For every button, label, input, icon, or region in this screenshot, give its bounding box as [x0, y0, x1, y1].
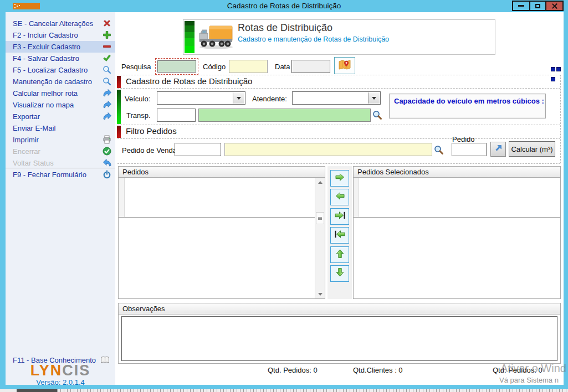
move-all-right-button[interactable]	[330, 208, 349, 225]
chevron-down-icon[interactable]	[233, 92, 244, 104]
menu-label: F5 - Localizar Cadastro	[13, 66, 88, 74]
grid-rowheader-column	[119, 178, 125, 217]
move-down-button[interactable]	[330, 265, 349, 282]
dot	[556, 67, 561, 71]
minimize-button[interactable]	[513, 2, 529, 10]
sidebar-item-exportar[interactable]: Exportar	[6, 111, 115, 122]
sidebar-item-excluir-cadastro[interactable]: F3 - Excluir Cadastro	[6, 41, 115, 53]
pedidos-grid[interactable]	[119, 178, 325, 298]
codigo-input[interactable]	[229, 60, 268, 73]
transp-code-input[interactable]	[157, 109, 196, 122]
pedido-label: Pedido	[452, 135, 474, 143]
menu-label: F2 - Incluir Cadastro	[13, 31, 78, 39]
section-marker-red	[117, 126, 121, 138]
sidebar-item-fechar-formulario[interactable]: F9 - Fechar Formulário	[6, 169, 115, 180]
form-banner: Rotas de Distribuição Cadastro e manuten…	[183, 19, 495, 55]
atendente-combobox[interactable]	[292, 91, 381, 105]
pedido-venda-name-input[interactable]	[224, 143, 432, 156]
pedidos-header: Pedidos	[119, 167, 325, 178]
window-border-right	[564, 12, 568, 389]
filtro-section-title: Filtro Pedidos	[126, 126, 177, 136]
lyncis-logo: LYNCIS	[6, 362, 115, 379]
map-button[interactable]	[334, 57, 355, 74]
pesquisa-focus-outline	[155, 58, 198, 75]
codigo-label: Código	[203, 63, 226, 71]
close-icon	[551, 3, 558, 9]
maximize-button[interactable]	[529, 2, 545, 10]
sidebar-item-cancelar-alteracoes[interactable]: SE - Cancelar Alterações	[6, 18, 115, 29]
pesquisa-label: Pesquisa	[121, 63, 151, 71]
scroll-down-icon[interactable]	[315, 290, 325, 298]
sidebar-item-calcular-melhor-rota[interactable]: Calcular melhor rota	[6, 87, 115, 99]
desktop-background	[0, 389, 568, 392]
pedidos-scrollbar[interactable]	[315, 178, 325, 298]
app-window: Cadastro de Rotas de Distribuição SE - C…	[0, 0, 568, 392]
menu-label: F4 - Salvar Cadastro	[13, 54, 79, 63]
logo-part-lyn: LYN	[30, 362, 63, 379]
sidebar-item-encerrar: Encerrar	[6, 146, 115, 157]
observacoes-body	[119, 314, 560, 363]
window-title: Cadastro de Rotas de Distribuição	[0, 0, 568, 12]
grid-split-line	[119, 217, 315, 218]
calcular-button[interactable]: Calcular (m³)	[509, 141, 555, 157]
pedidos-selecionados-panel: Pedidos Selecionados	[353, 166, 561, 299]
sidebar-item-imprimir[interactable]: Imprimir	[6, 134, 115, 146]
pedido-venda-code-input[interactable]	[175, 143, 221, 156]
move-left-button[interactable]	[330, 189, 349, 205]
circle-check-icon	[103, 147, 112, 156]
sidebar: SE - Cancelar Alterações F2 - Incluir Ca…	[6, 12, 115, 385]
arrow-right-icon	[335, 172, 345, 184]
transp-name-input[interactable]	[198, 109, 371, 122]
truck-icon	[198, 24, 234, 52]
send-pedido-button[interactable]	[490, 142, 506, 157]
menu-label: Enviar E-Mail	[13, 124, 55, 132]
close-button[interactable]	[545, 2, 562, 10]
sidebar-item-localizar-cadastro[interactable]: F5 - Localizar Cadastro	[6, 64, 115, 76]
sidebar-item-salvar-cadastro[interactable]: F4 - Salvar Cadastro	[6, 53, 115, 64]
sidebar-item-visualizar-no-mapa[interactable]: Visualizar no mapa	[6, 99, 115, 111]
sidebar-item-manutencao-cadastro[interactable]: Manutenção de cadastro	[6, 76, 115, 87]
capacidade-panel: Capacidade do veículo em metros cúbicos …	[389, 94, 546, 118]
chevron-down-icon[interactable]	[368, 92, 380, 104]
titlebar[interactable]: Cadastro de Rotas de Distribuição	[0, 0, 568, 12]
minimize-icon	[518, 5, 524, 7]
pedido-venda-label: Pedido de Venda	[122, 146, 177, 154]
taskbar-fragment	[17, 389, 57, 392]
window-controls	[512, 1, 564, 11]
sidebar-item-enviar-email[interactable]: Enviar E-Mail	[6, 122, 115, 134]
move-right-button[interactable]	[330, 170, 349, 187]
qtd-pedidos-left-label: Qtd. Pedidos: 0	[268, 366, 318, 374]
transp-search-icon[interactable]	[372, 110, 382, 120]
curved-arrow-icon	[103, 100, 112, 110]
scrollbar-thumb[interactable]	[316, 212, 324, 224]
data-input[interactable]	[291, 60, 330, 73]
menu-label: Exportar	[13, 112, 40, 121]
menu-label: Encerrar	[13, 147, 40, 156]
pedidos-selecionados-grid[interactable]	[354, 178, 560, 298]
dashed-line	[117, 138, 560, 139]
pesquisa-input[interactable]	[157, 60, 196, 73]
data-label: Data	[275, 63, 290, 71]
move-all-left-button[interactable]	[330, 227, 349, 244]
sidebar-item-incluir-cadastro[interactable]: F2 - Incluir Cadastro	[6, 29, 115, 41]
dashed-line-vertical	[560, 75, 561, 163]
power-icon	[103, 170, 112, 179]
section-marker-red	[117, 76, 121, 88]
observacoes-header: Observações	[119, 303, 560, 314]
arrow-right-bar-icon	[335, 210, 345, 223]
scroll-up-icon[interactable]	[315, 178, 325, 187]
more-options-dots[interactable]	[550, 64, 564, 84]
section-marker-green	[117, 90, 121, 124]
pedido-input[interactable]	[452, 143, 487, 156]
menu-label: F9 - Fechar Formulário	[13, 171, 86, 179]
move-up-button[interactable]	[330, 246, 349, 263]
menu-label: SE - Cancelar Alterações	[13, 19, 93, 28]
veiculo-combobox[interactable]	[157, 91, 245, 105]
version-label: Versão: 2.0.1.4	[6, 378, 115, 386]
atendente-label: Atendente:	[252, 95, 287, 103]
pedido-venda-search-icon[interactable]	[434, 145, 444, 155]
transfer-buttons-column	[328, 166, 352, 299]
observacoes-textarea[interactable]	[121, 316, 557, 361]
menu-label: Visualizar no mapa	[13, 101, 74, 109]
calcular-button-label: Calcular (m³)	[511, 145, 552, 153]
